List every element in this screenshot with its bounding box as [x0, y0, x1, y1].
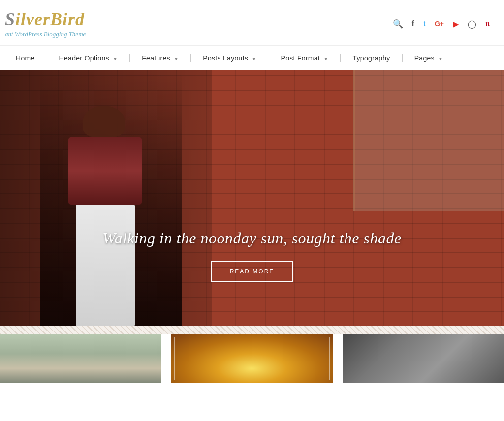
chevron-down-icon: ▼ — [113, 56, 118, 61]
site-title: SilverBird — [5, 9, 86, 30]
thumbnail-image-3 — [343, 334, 504, 383]
figure-body-upper — [68, 137, 142, 205]
nav-link-typography[interactable]: Typography — [342, 46, 401, 70]
post-thumbnail-2[interactable] — [171, 334, 333, 383]
nav-list: Home Header Options ▼ Features ▼ Posts L… — [0, 46, 504, 70]
site-tagline: ant WordPress Blogging Theme — [5, 30, 86, 38]
chevron-down-icon: ▼ — [438, 56, 443, 61]
header-icons: 🔍 f 𝔱 G+ ▶ ◯ 𝔫 — [393, 19, 489, 29]
nav-item-header-options[interactable]: Header Options ▼ — [48, 46, 129, 70]
nav-item-features[interactable]: Features ▼ — [131, 46, 189, 70]
youtube-icon[interactable]: ▶ — [453, 19, 459, 29]
nav-link-header-options[interactable]: Header Options ▼ — [48, 46, 129, 70]
nav-link-posts-layouts[interactable]: Posts Layouts ▼ — [192, 46, 267, 70]
search-icon[interactable]: 🔍 — [393, 19, 403, 29]
figure-silhouette — [40, 101, 182, 326]
nav-link-home[interactable]: Home — [5, 46, 46, 70]
main-navigation: Home Header Options ▼ Features ▼ Posts L… — [0, 46, 504, 70]
hero-section: Walking in the noonday sun, sought the s… — [0, 70, 504, 326]
chevron-down-icon: ▼ — [323, 56, 328, 61]
pinterest-icon[interactable]: 𝔫 — [485, 19, 489, 28]
figure-head — [83, 106, 125, 137]
nav-separator — [269, 54, 269, 62]
nav-item-pages[interactable]: Pages ▼ — [404, 46, 454, 70]
site-branding: SilverBird ant WordPress Blogging Theme — [5, 9, 86, 38]
twitter-icon[interactable]: 𝔱 — [423, 19, 426, 28]
hero-title: Walking in the noonday sun, sought the s… — [50, 229, 453, 247]
nav-separator — [47, 54, 47, 62]
thumbnail-image-1 — [0, 334, 161, 383]
pattern-strip — [0, 326, 504, 334]
nav-item-posts-layouts[interactable]: Posts Layouts ▼ — [192, 46, 267, 70]
hero-content: Walking in the noonday sun, sought the s… — [50, 229, 453, 282]
thumbnail-image-2 — [171, 334, 333, 383]
google-plus-icon[interactable]: G+ — [435, 20, 444, 28]
site-header: SilverBird ant WordPress Blogging Theme … — [0, 0, 504, 46]
nav-separator — [402, 54, 403, 62]
post-thumbnail-1[interactable] — [0, 334, 161, 383]
nav-link-post-format[interactable]: Post Format ▼ — [270, 46, 340, 70]
nav-separator — [129, 54, 130, 62]
nav-link-pages[interactable]: Pages ▼ — [404, 46, 454, 70]
nav-item-post-format[interactable]: Post Format ▼ — [270, 46, 340, 70]
chevron-down-icon: ▼ — [252, 56, 256, 61]
post-separator — [161, 334, 171, 383]
instagram-icon[interactable]: ◯ — [468, 19, 476, 29]
nav-separator — [340, 54, 341, 62]
nav-separator — [190, 54, 191, 62]
facebook-icon[interactable]: f — [412, 19, 414, 28]
figure-area — [40, 70, 182, 326]
posts-row — [0, 334, 504, 383]
post-thumbnail-3[interactable] — [343, 334, 504, 383]
nav-item-typography[interactable]: Typography — [342, 46, 401, 70]
read-more-button[interactable]: READ MORE — [211, 261, 293, 282]
hero-window — [353, 70, 504, 211]
chevron-down-icon: ▼ — [174, 56, 179, 61]
nav-link-features[interactable]: Features ▼ — [131, 46, 189, 70]
post-separator — [333, 334, 343, 383]
nav-item-home[interactable]: Home — [5, 46, 46, 70]
